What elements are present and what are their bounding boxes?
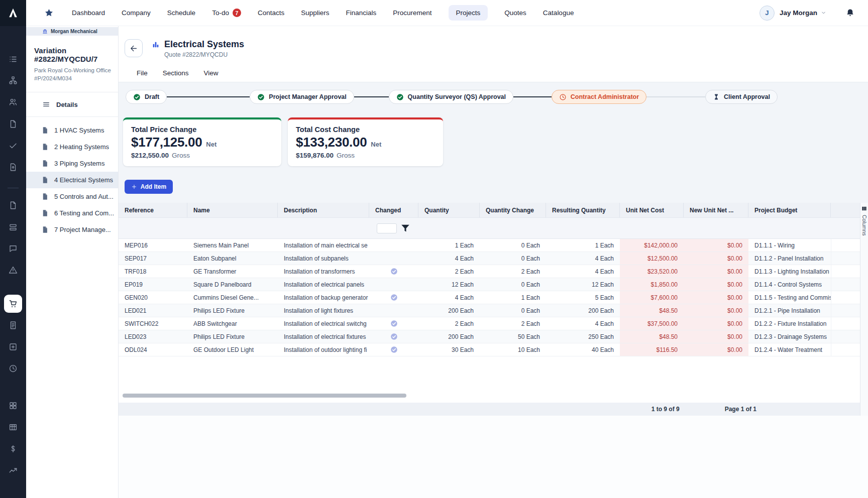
funnel-icon[interactable] — [400, 223, 411, 234]
column-header-label: Quantity — [424, 207, 449, 214]
checkmark-icon[interactable] — [7, 140, 19, 151]
user-name[interactable]: Jay Morgan — [780, 9, 817, 17]
table-row[interactable]: MEP016Siemens Main PanelInstallation of … — [119, 239, 860, 252]
file-export-icon[interactable] — [7, 162, 19, 173]
columns-panel-label: Columns — [861, 215, 867, 235]
users-icon[interactable] — [7, 96, 19, 107]
nav-item-procurement[interactable]: Procurement — [393, 5, 431, 21]
bell-icon[interactable] — [845, 8, 855, 18]
step-quantity-surveyor-qs-approval[interactable]: Quantity Surveyor (QS) Approval — [389, 90, 513, 104]
chevron-down-icon[interactable] — [821, 10, 826, 16]
plus-square-icon[interactable] — [7, 341, 19, 352]
step-client-approval[interactable]: Client Approval — [705, 90, 778, 104]
sidebar-item-5-controls-and-aut[interactable]: 5 Controls and Aut... — [26, 188, 118, 205]
table-row[interactable]: LED021Philips LED FixtureInstallation of… — [119, 304, 860, 317]
gross-label: Gross — [172, 152, 190, 159]
table-row[interactable]: TRF018GE TransformerInstallation of tran… — [119, 265, 860, 278]
star-icon[interactable] — [44, 8, 54, 18]
rows-icon[interactable] — [7, 222, 19, 233]
cell-name: Philips LED Fixture — [187, 304, 278, 317]
sidebar-item-details[interactable]: Details — [26, 92, 118, 117]
column-header-resulting-quantity[interactable]: Resulting Quantity — [546, 203, 620, 217]
cell-reference: SWITCH022 — [119, 317, 187, 330]
sidebar-item-3-piping-systems[interactable]: 3 Piping Systems — [26, 155, 118, 172]
nav-item-financials[interactable]: Financials — [346, 5, 376, 21]
column-header-project-budget[interactable]: Project Budget — [748, 203, 831, 217]
column-header-name[interactable]: Name — [187, 203, 278, 217]
trend-icon[interactable] — [7, 465, 19, 476]
step-draft[interactable]: Draft — [126, 90, 167, 104]
column-header-new-unit-net[interactable]: New Unit Net ... — [684, 203, 748, 217]
menu-sections[interactable]: Sections — [163, 69, 189, 77]
table-row[interactable]: SEP017Eaton SubpanelInstallation of subp… — [119, 252, 860, 265]
nav-item-suppliers[interactable]: Suppliers — [301, 5, 329, 21]
nav-item-quotes[interactable]: Quotes — [504, 5, 526, 21]
avatar[interactable]: J — [759, 6, 775, 21]
sidebar-item-7-project-manage[interactable]: 7 Project Manage... — [26, 221, 118, 238]
grid-icon[interactable] — [7, 400, 19, 411]
column-header-changed[interactable]: Changed — [369, 203, 418, 217]
app-logo[interactable] — [0, 0, 26, 26]
cell-project_budget: D1.1.4 - Control Systems — [748, 278, 831, 291]
table-row[interactable]: GEN020Cummins Diesel Gene...Installation… — [119, 291, 860, 304]
sidebar-item-label: 3 Piping Systems — [54, 160, 104, 167]
check-circle-icon — [396, 93, 404, 101]
chat-icon[interactable] — [7, 243, 19, 254]
column-header-quantity[interactable]: Quantity — [418, 203, 480, 217]
menu-file[interactable]: File — [137, 69, 148, 77]
filter-cell — [748, 218, 831, 238]
nav-item-label: Contacts — [258, 9, 284, 17]
sidebar-item-1-hvac-systems[interactable]: 1 HVAC Systems — [26, 122, 118, 139]
nav-item-company[interactable]: Company — [122, 5, 151, 21]
company-strip[interactable]: Morgan Mechanical — [26, 27, 118, 36]
cell-unit_net_cost: $48.50 — [620, 330, 684, 343]
document-icon[interactable] — [7, 118, 19, 130]
pagination-controls: Page 1 of 1 — [707, 406, 775, 413]
cell-project_budget: D1.2.1 - Pipe Installation — [748, 304, 831, 317]
sidebar-item-label: 1 HVAC Systems — [54, 127, 104, 134]
cell-reference: LED021 — [119, 304, 187, 317]
table-icon[interactable] — [7, 422, 19, 433]
cell-project_budget: D1.2.2 - Fixture Installation — [748, 317, 831, 330]
column-header-unit-net-cost[interactable]: Unit Net Cost — [620, 203, 684, 217]
table-row[interactable]: ODL024GE Outdoor LED LightInstallation o… — [119, 343, 860, 356]
sidebar-item-6-testing-and-com[interactable]: 6 Testing and Com... — [26, 205, 118, 221]
dollar-icon[interactable] — [7, 443, 19, 454]
nav-item-dashboard[interactable]: Dashboard — [72, 5, 105, 21]
sidebar-item-2-heating-systems[interactable]: 2 Heating Systems — [26, 139, 118, 155]
horizontal-scrollbar[interactable] — [123, 394, 406, 398]
menu-view[interactable]: View — [204, 69, 219, 77]
column-header-quantity-change[interactable]: Quantity Change — [480, 203, 546, 217]
column-header-description[interactable]: Description — [278, 203, 369, 217]
changed-check-icon — [390, 333, 398, 340]
net-amount: $133,230.00 — [296, 135, 367, 150]
columns-icon — [861, 206, 867, 211]
nav-item-contacts[interactable]: Contacts — [258, 5, 284, 21]
nav-item-to-do[interactable]: To-do7 — [212, 5, 241, 21]
nav-item-projects[interactable]: Projects — [449, 5, 488, 21]
check-circle-icon — [257, 93, 265, 101]
nav-item-label: Schedule — [167, 9, 195, 17]
nav-item-schedule[interactable]: Schedule — [167, 5, 195, 21]
alert-triangle-icon[interactable] — [7, 265, 19, 276]
cart-icon[interactable] — [4, 295, 22, 313]
add-item-button[interactable]: Add Item — [125, 180, 173, 194]
table-row[interactable]: LED023Philips LED FixtureInstallation of… — [119, 330, 860, 343]
nav-item-catalogue[interactable]: Catalogue — [543, 5, 574, 21]
changed-filter-input[interactable] — [377, 223, 397, 233]
table-row[interactable]: EP019Square D PanelboardInstallation of … — [119, 278, 860, 291]
column-header-reference[interactable]: Reference — [119, 203, 187, 217]
step-contract-administrator[interactable]: Contract Administrator — [552, 90, 646, 104]
step-project-manager-approval[interactable]: Project Manager Approval — [250, 90, 354, 104]
file-lines-icon[interactable] — [7, 320, 19, 331]
columns-panel-toggle[interactable]: Columns — [860, 203, 868, 416]
sidebar-item-4-electrical-systems[interactable]: 4 Electrical Systems — [26, 172, 118, 188]
menu-list-icon[interactable] — [7, 54, 19, 65]
table-row[interactable]: SWITCH022ABB SwitchgearInstallation of e… — [119, 317, 860, 330]
back-button[interactable] — [125, 39, 143, 57]
org-chart-icon[interactable] — [7, 75, 19, 86]
file-icon[interactable] — [7, 200, 19, 211]
clock-icon[interactable] — [7, 363, 19, 374]
column-header-label: Unit Net Cost — [626, 207, 664, 214]
cell-changed — [369, 304, 418, 317]
